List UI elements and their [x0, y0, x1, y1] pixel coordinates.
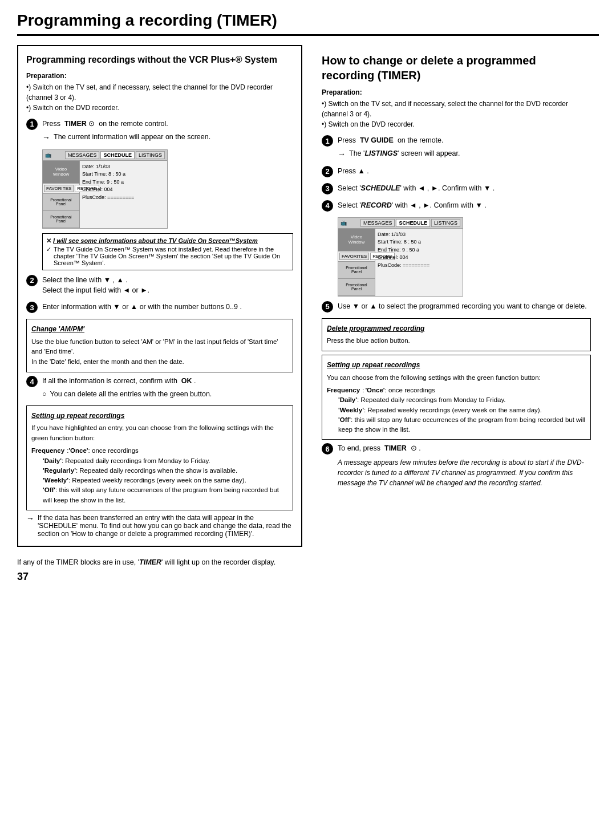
left-step4: 4 If all the information is correct, con… [26, 376, 293, 400]
fav-btn: FAVORITES [44, 185, 74, 192]
right-step1-content: Press TV GUIDE on the remote. → The 'LIS… [338, 135, 591, 160]
left-step1: 1 Press TIMER ⊙ on the remote control. →… [26, 119, 293, 144]
note-x-text: I will see some informations about the T… [53, 237, 258, 244]
change-ampm-line1: Use the blue function button to select '… [31, 337, 288, 358]
left-weekly: 'Weekly': Repeated weekly recordings (ev… [43, 476, 288, 485]
step1-content: Press TIMER ⊙ on the remote control. → T… [42, 119, 293, 144]
note-box: ✕ I will see some informations about the… [42, 233, 293, 270]
tv-left-panel: VideoWindow FAVORITES RECORD Promotional… [43, 161, 80, 228]
right-tv-video: VideoWindow [338, 229, 375, 251]
left-daily: 'Daily': Repeated daily recordings from … [43, 456, 288, 466]
left-freq-label: Frequency [31, 446, 64, 456]
right-tv-screen: 📺 MESSAGES SCHEDULE LISTINGS VideoWindow… [338, 217, 463, 297]
step2-content: Select the line with ▼ , ▲ . Select the … [42, 275, 293, 297]
right-step2-text: Press ▲ . [338, 167, 369, 175]
right-step5-number: 5 [322, 301, 333, 313]
right-tv-tabs: MESSAGES SCHEDULE LISTINGS [360, 219, 460, 227]
note-x-item: ✕ I will see some informations about the… [46, 237, 289, 245]
step3-line1: Enter information with ▼ or ▲ or with th… [42, 303, 242, 311]
right-tv-right-panel: Date: 1/1/03 Start Time: 8 : 50 a End Ti… [375, 229, 463, 296]
right-repeat-box: Setting up repeat recordings You can cho… [322, 355, 591, 440]
step4-number: 4 [26, 376, 38, 387]
right-step1: 1 Press TV GUIDE on the remote. → The 'L… [322, 135, 591, 160]
tv-body: VideoWindow FAVORITES RECORD Promotional… [43, 161, 167, 228]
delete-title: Delete programmed recording [327, 323, 586, 334]
left-repeat-intro: If you have highlighted an entry, you ca… [31, 423, 288, 444]
right-daily: 'Daily': Repeated daily recordings from … [338, 395, 586, 405]
tv-header: 📺 MESSAGES SCHEDULE LISTINGS [43, 150, 167, 161]
left-step3: 3 Enter information with ▼ or ▲ or with … [26, 302, 293, 313]
tv-right-panel: Date: 1/1/03 Start Time: 8 : 50 a End Ti… [80, 161, 167, 228]
left-frequency-row: Frequency : 'Once' : once recordings [31, 446, 288, 456]
change-ampm-title: Change 'AM/PM' [31, 324, 288, 335]
right-step5-content: Use ▼ or ▲ to select the programmed reco… [338, 301, 591, 312]
right-tab-listings: LISTINGS [431, 219, 460, 227]
right-freq-label: Frequency [327, 385, 360, 396]
left-repeat-box: Setting up repeat recordings If you have… [26, 405, 293, 510]
right-arrow-icon1: → [338, 148, 346, 160]
footer-arrow-icon: → [26, 514, 34, 523]
left-prep-label: Preparation: [26, 72, 293, 80]
left-section: Programming recordings without the VCR P… [17, 45, 302, 547]
left-step2: 2 Select the line with ▼ , ▲ . Select th… [26, 275, 293, 297]
step3-number: 3 [26, 302, 38, 313]
right-step4-number: 4 [322, 200, 333, 212]
right-step1-arrow: The 'LISTINGS' screen will appear. [349, 148, 460, 159]
right-step1-number: 1 [322, 135, 333, 147]
step2-number: 2 [26, 275, 38, 286]
right-once-label: 'Once' [365, 385, 384, 396]
right-weekly: 'Weekly': Repeated weekly recordings (ev… [338, 405, 586, 415]
left-off: 'Off': this will stop any future occurre… [43, 485, 288, 505]
right-step3-number: 3 [322, 183, 333, 194]
note-check-text: The TV Guide On Screen™ System was not i… [54, 246, 289, 266]
step4-content: If all the information is correct, confi… [42, 376, 293, 400]
right-heading: How to change or delete a programmed rec… [322, 53, 591, 83]
change-ampm-line2: In the 'Date' field, enter the month and… [31, 357, 288, 367]
tv-video-window: VideoWindow [43, 161, 79, 184]
right-fav-btn: FAVORITES [339, 253, 369, 260]
right-promo1: PromotionalPanel [338, 262, 375, 279]
right-step5: 5 Use ▼ or ▲ to select the programmed re… [322, 301, 591, 313]
right-prep-text: •) Switch on the TV set, and if necessar… [322, 99, 591, 129]
delete-box: Delete programmed recording Press the bl… [322, 318, 591, 351]
tv-tabs: MESSAGES SCHEDULE LISTINGS [65, 151, 165, 159]
step1-number: 1 [26, 119, 38, 130]
tab-listings: LISTINGS [136, 151, 165, 159]
left-regularly: 'Regularly': Repeated daily recordings w… [43, 466, 288, 476]
circle-icon: ○ [42, 389, 47, 400]
right-repeat-title: Setting up repeat recordings [327, 360, 586, 371]
page-title: Programming a recording (TIMER) [17, 11, 599, 36]
right-once-text: : once recordings [385, 385, 435, 396]
check-icon: ✓ [46, 246, 51, 253]
change-ampm-box: Change 'AM/PM' Use the blue function but… [26, 319, 293, 372]
right-step6-content: To end, press TIMER ⊙ . A message appear… [338, 443, 591, 488]
tab-schedule: SCHEDULE [100, 151, 135, 159]
right-frequency-row: Frequency : 'Once' : once recordings [327, 385, 586, 396]
left-footer-arrow: → If the data has been transferred an en… [26, 514, 293, 538]
right-step2-number: 2 [322, 166, 333, 177]
right-colon: : [362, 385, 364, 396]
step6-message: A message appears few minutes before the… [338, 457, 591, 488]
tab-messages: MESSAGES [65, 151, 100, 159]
note-check-item: ✓ The TV Guide On Screen™ System was not… [46, 246, 289, 266]
right-step4-content: Select 'RECORD' with ◄ , ►. Confirm with… [338, 200, 591, 211]
right-tv-fav-row: FAVORITES RECORD [338, 251, 375, 262]
footer-arrow-text: If the data has been transferred an entr… [38, 514, 293, 538]
right-promo2: PromotionalPanel [338, 279, 375, 296]
left-once-text: : once recordings [88, 446, 139, 456]
right-tab-messages: MESSAGES [360, 219, 395, 227]
step1-arrow-text: The current information will appear on t… [54, 132, 210, 143]
right-step4: 4 Select 'RECORD' with ◄ , ►. Confirm wi… [322, 200, 591, 212]
left-heading: Programming recordings without the VCR P… [26, 54, 293, 66]
step2-line2: Select the input field with ◄ or ►. [42, 286, 149, 294]
delete-text: Press the blue action button. [327, 336, 586, 346]
left-repeat-title: Setting up repeat recordings [31, 411, 288, 421]
left-prep-text: •) Switch on the TV set, and if necessar… [26, 82, 293, 113]
right-tv-body: VideoWindow FAVORITES RECORD Promotional… [338, 229, 463, 296]
tv-promo2: PromotionalPanel [43, 211, 79, 228]
page-footer: If any of the TIMER blocks are in use, '… [17, 558, 599, 583]
step2-line1: Select the line with ▼ , ▲ . [42, 276, 128, 284]
right-step6-number: 6 [322, 443, 333, 455]
right-tab-schedule: SCHEDULE [396, 219, 430, 227]
step4-circle-text: You can delete all the entries with the … [50, 389, 212, 400]
